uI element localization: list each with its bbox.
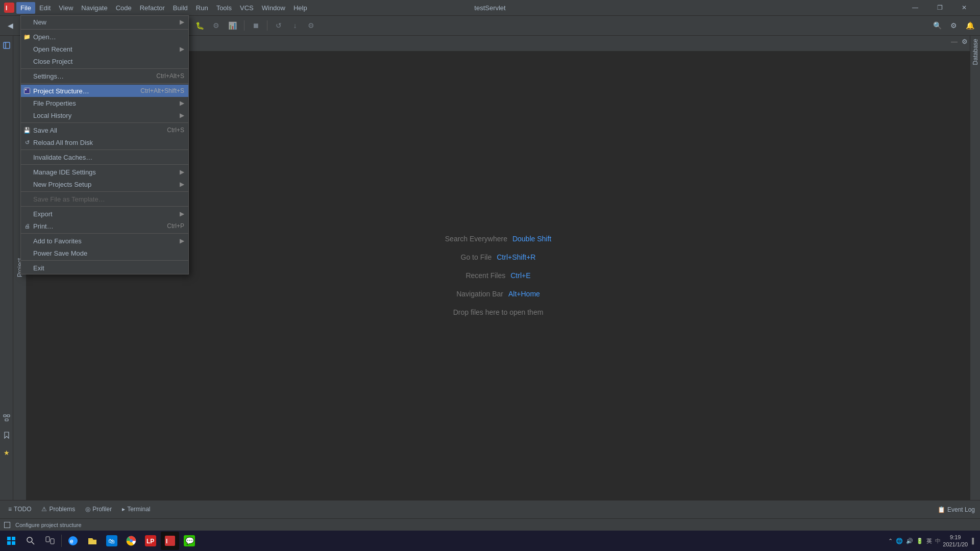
search-everywhere-label: Search Everywhere xyxy=(445,235,507,243)
menu-manage-ide[interactable]: Manage IDE Settings ▶ xyxy=(21,166,188,178)
menu-invalidate-caches[interactable]: Invalidate Caches… xyxy=(21,151,188,163)
menu-open-recent[interactable]: Open Recent ▶ xyxy=(21,43,188,55)
menu-vcs[interactable]: VCS xyxy=(236,2,258,14)
menu-help[interactable]: Help xyxy=(289,2,311,14)
task-view-icon[interactable] xyxy=(41,532,59,550)
todo-tab[interactable]: ≡ TODO xyxy=(3,500,36,518)
back-icon[interactable]: ◀ xyxy=(3,18,17,33)
status-bar: Configure project structure xyxy=(0,518,980,531)
tab-settings-icon[interactable]: ⚙ xyxy=(962,38,968,45)
windows-store-icon[interactable]: 🛍 xyxy=(103,532,121,550)
maximize-button[interactable]: ❐ xyxy=(928,0,951,15)
menu-open[interactable]: 📁 Open… xyxy=(21,31,188,43)
toolbar-separator-4 xyxy=(244,20,244,31)
language-indicator[interactable]: 英 xyxy=(926,537,932,545)
status-message: Configure project structure xyxy=(15,522,82,528)
menu-sep-1 xyxy=(21,29,188,30)
menu-new[interactable]: New ▶ xyxy=(21,16,188,28)
drop-files-label: Drop files here to open them xyxy=(453,308,544,316)
title-bar: I File Edit View Navigate Code Refactor … xyxy=(0,0,980,15)
menu-sep-9 xyxy=(21,233,188,234)
minimize-button[interactable]: — xyxy=(903,0,927,15)
folder-icon: 📁 xyxy=(23,33,31,40)
internet-explorer-icon[interactable]: e xyxy=(64,532,82,550)
profile-run-icon[interactable]: 📊 xyxy=(226,18,240,33)
menu-sep-8 xyxy=(21,206,188,207)
input-method-icon[interactable]: 中 xyxy=(935,537,941,545)
title-bar-left: I File Edit View Navigate Code Refactor … xyxy=(4,2,311,14)
menu-exit[interactable]: Exit xyxy=(21,262,188,274)
refresh-icon[interactable]: ↺ xyxy=(272,18,286,33)
show-desktop-icon[interactable]: ▌ xyxy=(970,538,976,544)
terminal-tab[interactable]: ▸ Terminal xyxy=(117,500,155,518)
battery-icon[interactable]: 🔋 xyxy=(916,538,923,544)
menu-local-history[interactable]: Local History ▶ xyxy=(21,109,188,121)
svg-point-22 xyxy=(130,539,133,542)
right-panel[interactable]: Database xyxy=(970,36,980,500)
system-clock[interactable]: 9:19 2021/1/20 xyxy=(943,534,968,548)
menu-code[interactable]: Code xyxy=(112,2,136,14)
menu-print[interactable]: 🖨 Print… Ctrl+P xyxy=(21,220,188,232)
menu-export[interactable]: Export ▶ xyxy=(21,208,188,220)
debug-button[interactable]: 🐛 xyxy=(193,18,207,33)
volume-icon[interactable]: 🔊 xyxy=(906,538,913,544)
taskbar-search-icon[interactable] xyxy=(21,532,40,550)
tray-up-arrow[interactable]: ⌃ xyxy=(888,538,893,544)
bookmarks-icon[interactable] xyxy=(0,429,13,442)
run-coverage-icon[interactable]: ⚙ xyxy=(209,18,224,33)
menu-sep-4 xyxy=(21,122,188,123)
project-toggle-icon[interactable] xyxy=(0,39,13,52)
recent-files-label: Recent Files xyxy=(465,271,505,280)
menu-refactor[interactable]: Refactor xyxy=(136,2,169,14)
minimize-editor-icon[interactable]: — xyxy=(951,38,958,45)
stop-button[interactable]: ⏹ xyxy=(249,18,263,33)
settings-gear-icon[interactable]: ⚙ xyxy=(946,18,961,33)
svg-text:🛍: 🛍 xyxy=(108,537,115,545)
problems-tab[interactable]: ⚠ Problems xyxy=(36,500,80,518)
event-log-button[interactable]: 📋 Event Log xyxy=(938,506,975,513)
menu-file[interactable]: File xyxy=(16,2,35,14)
menu-view[interactable]: View xyxy=(55,2,77,14)
settings-icon[interactable]: ⚙ xyxy=(304,18,318,33)
todo-icon: ≡ xyxy=(8,506,12,513)
menu-project-structure[interactable]: Project Structure… Ctrl+Alt+Shift+S xyxy=(21,85,188,97)
menu-bar: File Edit View Navigate Code Refactor Bu… xyxy=(16,2,311,14)
step-icon[interactable]: ↓ xyxy=(288,18,302,33)
menu-build[interactable]: Build xyxy=(169,2,192,14)
menu-file-properties[interactable]: File Properties ▶ xyxy=(21,97,188,109)
wechat-icon[interactable]: 💬 xyxy=(180,532,199,550)
notifications-icon[interactable]: 🔔 xyxy=(963,18,977,33)
menu-window[interactable]: Window xyxy=(258,2,289,14)
menu-settings[interactable]: Settings… Ctrl+Alt+S xyxy=(21,70,188,82)
problems-label: Problems xyxy=(49,506,75,513)
search-everywhere-icon[interactable]: 🔍 xyxy=(930,18,944,33)
terminal-icon: ▸ xyxy=(122,506,125,513)
svg-line-14 xyxy=(32,542,34,544)
profiler-tab[interactable]: ◎ Profiler xyxy=(80,500,117,518)
network-icon[interactable]: 🌐 xyxy=(896,538,903,544)
intellij-icon[interactable]: I xyxy=(161,532,179,550)
lastpass-icon[interactable]: LP xyxy=(141,532,160,550)
menu-save-all[interactable]: 💾 Save All Ctrl+S xyxy=(21,124,188,136)
svg-rect-30 xyxy=(25,89,27,90)
windows-start-icon[interactable] xyxy=(2,532,20,550)
menu-tools[interactable]: Tools xyxy=(212,2,236,14)
menu-close-project[interactable]: Close Project xyxy=(21,55,188,67)
star-icon[interactable]: ★ xyxy=(0,446,13,459)
close-button[interactable]: ✕ xyxy=(952,0,976,15)
project-structure-icon xyxy=(23,87,31,94)
menu-reload-all[interactable]: ↺ Reload All from Disk xyxy=(21,136,188,148)
save-icon: 💾 xyxy=(23,127,31,134)
svg-text:e: e xyxy=(70,538,74,545)
menu-power-save-mode[interactable]: Power Save Mode xyxy=(21,247,188,259)
structure-icon[interactable] xyxy=(0,411,13,424)
file-explorer-icon[interactable] xyxy=(83,532,102,550)
chrome-icon[interactable] xyxy=(122,532,140,550)
reload-icon: ↺ xyxy=(23,139,31,146)
menu-run[interactable]: Run xyxy=(192,2,212,14)
menu-new-projects-setup[interactable]: New Projects Setup ▶ xyxy=(21,178,188,190)
menu-navigate[interactable]: Navigate xyxy=(77,2,111,14)
menu-add-to-favorites[interactable]: Add to Favorites ▶ xyxy=(21,235,188,247)
menu-edit[interactable]: Edit xyxy=(35,2,55,14)
svg-rect-9 xyxy=(7,537,11,540)
